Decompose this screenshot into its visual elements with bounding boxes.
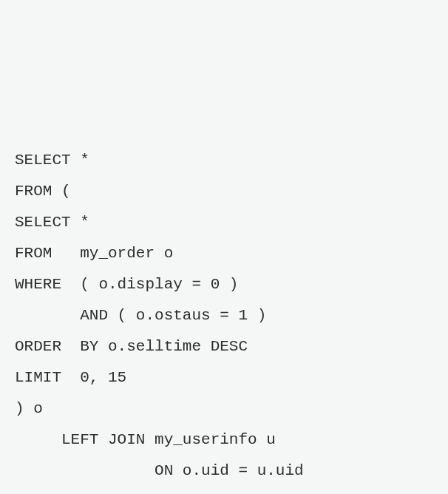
code-line-6: AND ( o.ostaus = 1 ) (15, 300, 433, 331)
code-line-7: ORDER BY o.selltime DESC (15, 331, 433, 362)
code-line-12: LEFT JOIN my_productinfo p (15, 487, 433, 494)
code-line-4: FROM my_order o (15, 238, 433, 269)
code-line-1: SELECT * (15, 145, 433, 176)
code-line-10: LEFT JOIN my_userinfo u (15, 424, 433, 456)
code-line-8: LIMIT 0, 15 (15, 362, 433, 393)
code-line-5: WHERE ( o.display = 0 ) (15, 269, 433, 300)
code-line-11: ON o.uid = u.uid (15, 456, 433, 487)
code-block: SELECT *FROM (SELECT *FROM my_order oWHE… (15, 145, 433, 494)
code-line-9: ) o (15, 393, 433, 424)
code-line-2: FROM ( (15, 176, 433, 207)
code-line-3: SELECT * (15, 207, 433, 238)
